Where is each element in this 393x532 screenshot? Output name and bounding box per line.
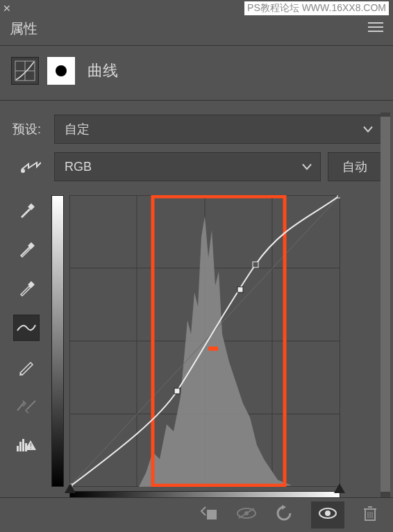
visibility-icon[interactable]: [311, 501, 344, 529]
adjustment-type-row: 曲线: [0, 46, 393, 101]
eyedropper-gray-icon[interactable]: [13, 237, 40, 263]
eyedropper-black-icon[interactable]: [13, 198, 40, 224]
svg-rect-10: [17, 446, 19, 451]
white-point-slider[interactable]: [334, 483, 345, 493]
panel-header: 属性: [0, 13, 393, 46]
panel-footer: [0, 497, 393, 532]
preset-value: 自定: [65, 121, 90, 138]
preset-select[interactable]: 自定: [54, 115, 382, 144]
chevron-down-icon: [363, 122, 373, 137]
watermark: PS教程论坛 WWW.16XX8.COM: [244, 1, 389, 15]
chevron-down-icon: [302, 160, 312, 174]
reset-icon[interactable]: [275, 505, 293, 525]
svg-rect-26: [174, 388, 180, 394]
svg-rect-11: [19, 442, 22, 451]
output-gradient: [51, 195, 64, 487]
channel-select[interactable]: RGB: [54, 152, 321, 181]
pencil-tool-icon[interactable]: [13, 354, 40, 380]
channel-row: RGB 自动: [0, 148, 393, 185]
scrollbar[interactable]: [381, 113, 390, 522]
preset-row: 预设: 自定: [0, 110, 393, 148]
auto-button[interactable]: 自动: [328, 152, 382, 181]
svg-text:!: !: [30, 442, 32, 450]
svg-point-6: [21, 169, 25, 173]
channel-value: RGB: [65, 160, 92, 174]
svg-rect-27: [237, 287, 243, 292]
svg-rect-12: [22, 439, 24, 451]
panel-title: 属性: [10, 19, 37, 38]
curves-icon[interactable]: [11, 57, 39, 85]
view-previous-icon[interactable]: [236, 507, 257, 523]
svg-rect-30: [207, 510, 217, 519]
target-adjust-icon[interactable]: [12, 157, 47, 176]
preset-label: 预设:: [12, 121, 47, 138]
scrollbar-thumb[interactable]: [381, 117, 390, 492]
adjustment-label: 曲线: [87, 60, 118, 81]
clip-to-layer-icon[interactable]: [200, 506, 218, 524]
curves-graph-area: [51, 195, 382, 504]
eyedropper-white-icon[interactable]: [13, 276, 40, 302]
svg-rect-24: [208, 347, 218, 351]
panel-menu-icon[interactable]: [368, 22, 383, 36]
svg-rect-28: [253, 262, 258, 267]
histogram-warning-icon[interactable]: !: [13, 431, 40, 458]
delete-icon[interactable]: [362, 505, 378, 525]
curves-graph[interactable]: [69, 195, 340, 487]
svg-rect-29: [337, 195, 340, 198]
smooth-tool-icon[interactable]: [13, 392, 40, 419]
curve-point-tool-icon[interactable]: [13, 315, 40, 341]
close-icon[interactable]: ✕: [3, 3, 11, 14]
mask-thumbnail[interactable]: [47, 57, 75, 85]
svg-point-35: [325, 510, 331, 516]
black-point-slider[interactable]: [65, 483, 76, 493]
